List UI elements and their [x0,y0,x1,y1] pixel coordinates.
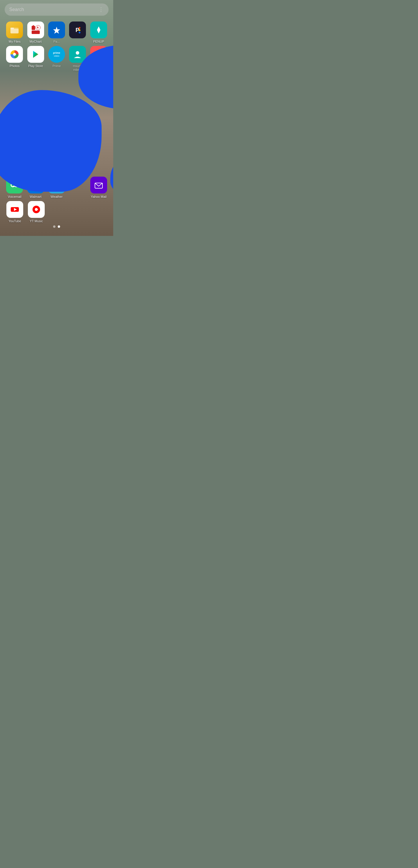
my-files-label: My Files [9,40,21,43]
search-bar[interactable]: ⋮ [5,3,108,16]
youtube-icon [6,201,23,218]
more-options-icon[interactable]: ⋮ [98,6,104,13]
yahoo-mail-label: Yahoo Mail [91,195,106,199]
voicemail-label: Voicemail [8,195,22,199]
search-input[interactable] [9,7,98,12]
svg-text:prime: prime [53,52,60,54]
youtube-label: YouTube [8,219,21,223]
mychart-label: MyChart [30,40,42,43]
paramount-label: Pa... [54,40,60,43]
prime-label: Prime [53,64,61,68]
mychart-icon [27,22,44,38]
prime-icon: prime video [48,46,65,63]
app-prime-video[interactable]: prime video Prime [47,46,66,72]
app-row-5: YouTube YT Music [5,201,108,223]
penup-label: PENUP [93,40,104,43]
svg-point-19 [13,53,16,56]
yt-music-icon [28,201,45,218]
weather-label: Weather [51,195,62,199]
app-paramount[interactable]: Pa... [47,22,66,43]
svg-point-15 [79,32,81,33]
svg-point-22 [51,49,62,60]
yahoo-mail-icon [90,177,107,193]
play-store-icon [27,46,44,63]
annotation-blob-2 [0,90,102,192]
svg-rect-1 [10,29,19,33]
page-indicator [5,225,108,230]
app-my-files[interactable]: My Files [5,22,24,43]
app-picsart[interactable]: P [68,22,87,43]
app-yt-music[interactable]: YT Music [26,201,46,223]
paramount-icon [48,22,65,38]
app-row-1: My Files MyChart [5,22,108,43]
walmart-label: Walmart [30,195,41,199]
dot-2[interactable] [58,225,60,228]
dot-1[interactable] [53,225,56,228]
app-penup[interactable]: PENUP [89,22,108,43]
penup-icon [90,22,107,38]
picsart-icon: P [69,22,86,38]
app-yahoo-mail[interactable]: Yahoo Mail [89,177,108,199]
svg-rect-2 [10,28,14,29]
svg-rect-5 [32,31,40,34]
svg-text:video: video [54,55,60,57]
app-youtube[interactable]: YouTube [5,201,25,223]
svg-point-13 [79,27,81,29]
svg-point-14 [79,29,81,31]
app-play-store[interactable]: Play Store [26,46,45,72]
play-store-label: Play Store [28,64,43,68]
yt-music-label: YT Music [30,219,43,223]
my-files-icon [6,22,23,38]
svg-rect-8 [37,28,39,28]
annotation-blob-3 [110,154,113,197]
svg-point-26 [76,51,79,55]
svg-rect-4 [33,25,34,27]
photos-label: Photos [9,64,20,68]
photos-icon [6,46,23,63]
app-photos[interactable]: Photos [5,46,24,72]
app-mychart[interactable]: MyChart [26,22,45,43]
